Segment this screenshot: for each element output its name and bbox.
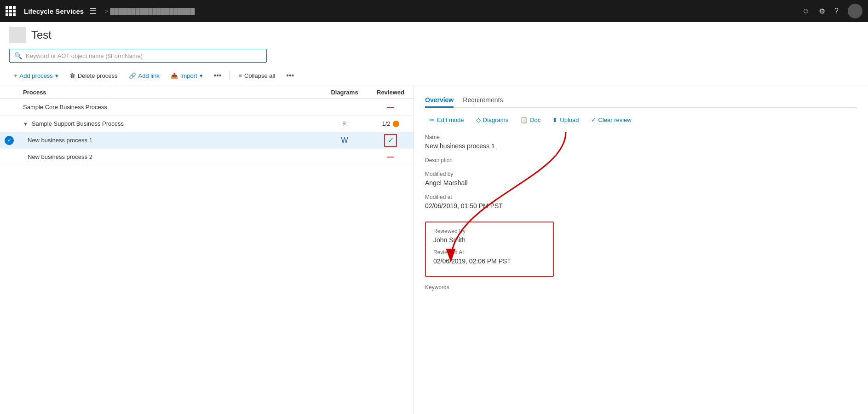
tab-requirements[interactable]: Requirements: [463, 93, 503, 108]
diagrams-label: Diagrams: [483, 117, 509, 123]
process-name-text: Sample Core Business Process: [23, 104, 107, 111]
link-icon: 🔗: [129, 72, 136, 79]
add-link-button[interactable]: 🔗 Add link: [124, 70, 164, 82]
trash-icon: 🗑: [69, 72, 75, 79]
row-reviewed: 1/2: [368, 120, 414, 127]
page-logo: [9, 27, 26, 43]
reviewed-col-header: Reviewed: [368, 89, 414, 96]
search-bar-wrap: 🔍: [0, 46, 868, 65]
search-input[interactable]: [26, 52, 262, 59]
keywords-label: Keywords: [425, 284, 857, 291]
reviewed-dash: —: [387, 153, 394, 161]
diagrams-button[interactable]: ◇ Diagrams: [471, 114, 513, 126]
upload-button[interactable]: ⬆ Upload: [548, 114, 583, 126]
row-process-name[interactable]: ▼ Sample Support Business Process: [18, 117, 322, 131]
name-field-group: Name New business process 1: [425, 134, 857, 150]
description-label: Description: [425, 157, 857, 163]
row-reviewed: —: [368, 103, 414, 111]
row-process-name[interactable]: New business process 1: [18, 133, 322, 147]
clear-review-button[interactable]: ✓ Clear review: [586, 114, 636, 126]
reviewed-check-box: ✓: [384, 134, 397, 147]
collapse-icon: ≡: [238, 72, 242, 79]
check-icon: ✓: [591, 117, 596, 123]
user-avatar[interactable]: [848, 4, 862, 18]
edit-mode-button[interactable]: ✏ Edit mode: [425, 114, 469, 126]
search-bar: 🔍: [9, 49, 267, 63]
modified-by-field-group: Modified by Angel Marshall: [425, 171, 857, 187]
smiley-icon[interactable]: ☺: [802, 7, 810, 15]
keywords-field-group: Keywords: [425, 284, 857, 291]
detail-tabs: Overview Requirements: [425, 93, 857, 108]
row-process-name[interactable]: Sample Core Business Process: [18, 100, 322, 114]
status-dot: [393, 121, 399, 127]
reviewed-by-label: Reviewed By: [433, 228, 546, 234]
name-value: New business process 1: [425, 142, 857, 150]
reviewed-fraction: 1/2: [382, 120, 390, 127]
process-col-header: Process: [18, 89, 322, 96]
app-grid-icon[interactable]: [6, 6, 16, 16]
detail-panel: Overview Requirements ✏ Edit mode ◇ Diag…: [414, 86, 868, 414]
import-icon: 📤: [171, 72, 178, 79]
table-header: Process Diagrams Reviewed: [0, 86, 414, 99]
diamond-icon: ◇: [476, 117, 481, 123]
reviewed-at-label: Reviewed At: [433, 249, 546, 256]
row-reviewed: —: [368, 153, 414, 161]
process-table: Process Diagrams Reviewed Sample Core Bu…: [0, 86, 414, 414]
row-reviewed: ✓: [368, 133, 414, 148]
clear-review-label: Clear review: [598, 117, 632, 123]
tab-overview[interactable]: Overview: [425, 93, 454, 108]
modified-at-label: Modified at: [425, 194, 857, 200]
collapse-toggle-icon[interactable]: ▼: [23, 121, 28, 127]
separator: [230, 71, 230, 80]
doc-icon: 📋: [520, 117, 528, 123]
import-button[interactable]: 📤 Import ▾: [166, 70, 207, 82]
detail-toolbar: ✏ Edit mode ◇ Diagrams 📋 Doc ⬆ Upload: [425, 114, 857, 126]
settings-icon[interactable]: ⚙: [819, 7, 825, 16]
main-toolbar: + Add process ▾ 🗑 Delete process 🔗 Add l…: [0, 65, 868, 86]
row-diagrams: W: [322, 136, 368, 145]
row-process-name[interactable]: New business process 2: [18, 150, 322, 164]
more-button-2[interactable]: •••: [282, 69, 299, 82]
name-label: Name: [425, 134, 857, 140]
process-name-text: New business process 2: [28, 153, 92, 160]
table-row[interactable]: Sample Core Business Process —: [0, 99, 414, 116]
checked-indicator: ✓: [5, 136, 14, 145]
modified-by-value: Angel Marshall: [425, 179, 857, 187]
upload-icon: ⬆: [552, 117, 558, 123]
diagram-link-icon: ⎘: [343, 120, 346, 127]
doc-label: Doc: [530, 117, 540, 123]
process-name-text: Sample Support Business Process: [32, 120, 124, 127]
upload-label: Upload: [560, 117, 579, 123]
main-area: Process Diagrams Reviewed Sample Core Bu…: [0, 86, 868, 414]
hamburger-icon[interactable]: ☰: [89, 6, 97, 16]
page-header: Test: [0, 22, 868, 46]
modified-by-label: Modified by: [425, 171, 857, 177]
help-icon[interactable]: ?: [834, 7, 839, 15]
add-process-button[interactable]: + Add process ▾: [9, 70, 63, 82]
reviewed-dash: —: [387, 103, 394, 111]
pencil-icon: ✏: [430, 117, 435, 123]
reviewed-at-value: 02/06/2019, 02:06 PM PST: [433, 257, 546, 265]
search-icon: 🔍: [14, 52, 22, 59]
page-title: Test: [31, 29, 52, 41]
diagrams-col-header: Diagrams: [322, 89, 368, 96]
more-button[interactable]: •••: [209, 69, 226, 82]
edit-mode-label: Edit mode: [437, 117, 464, 123]
chevron-down-icon: ▾: [200, 72, 203, 79]
table-row[interactable]: ✓ New business process 1 W ✓: [0, 132, 414, 149]
row-diagrams: ⎘: [322, 120, 368, 127]
chevron-down-icon: ▾: [55, 72, 58, 79]
app-title: Lifecycle Services: [24, 7, 84, 15]
process-panel: Process Diagrams Reviewed Sample Core Bu…: [0, 86, 414, 414]
modified-at-field-group: Modified at 02/06/2019, 01:50 PM PST: [425, 194, 857, 210]
row-check[interactable]: ✓: [0, 136, 18, 145]
table-row[interactable]: ▼ Sample Support Business Process ⎘ 1/2: [0, 116, 414, 132]
description-field-group: Description: [425, 157, 857, 163]
delete-process-button[interactable]: 🗑 Delete process: [65, 70, 122, 82]
doc-button[interactable]: 📋 Doc: [516, 114, 545, 126]
collapse-all-button[interactable]: ≡ Collapse all: [234, 70, 280, 82]
modified-at-value: 02/06/2019, 01:50 PM PST: [425, 202, 857, 210]
table-row[interactable]: New business process 2 —: [0, 149, 414, 165]
reviewed-by-value: John Smith: [433, 236, 546, 244]
top-nav: Lifecycle Services ☰ > █████████████████…: [0, 0, 868, 22]
